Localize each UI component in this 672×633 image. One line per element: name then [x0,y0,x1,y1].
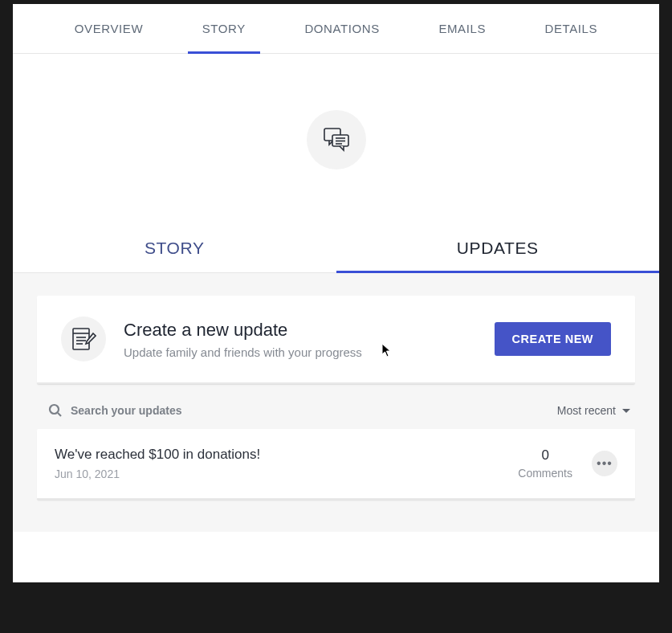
create-update-card: Create a new update Update family and fr… [37,296,635,384]
sort-dropdown[interactable]: Most recent [557,404,630,417]
updates-panel: Create a new update Update family and fr… [13,273,659,532]
update-date: Jun 10, 2021 [55,468,518,480]
search-input[interactable]: Search your updates [48,403,182,418]
hero-icon-section [13,54,659,226]
sort-label: Most recent [557,404,616,417]
svg-line-11 [58,413,61,416]
create-update-subtitle: Update family and friends with your prog… [124,345,495,359]
subtab-story[interactable]: STORY [13,226,336,272]
document-pencil-icon [61,316,106,361]
create-update-title: Create a new update [124,320,495,341]
tab-details[interactable]: DETAILS [545,4,598,53]
tab-overview[interactable]: OVERVIEW [75,4,143,53]
chat-bubbles-icon [307,110,366,169]
svg-point-10 [50,405,59,414]
sub-tabs: STORY UPDATES [13,226,659,273]
search-icon [48,403,63,418]
update-item[interactable]: We've reached $100 in donations! Jun 10,… [37,429,635,500]
search-placeholder: Search your updates [71,404,182,417]
tab-story[interactable]: STORY [202,4,246,53]
ellipsis-icon: ••• [597,456,613,471]
top-tabs: OVERVIEW STORY DONATIONS EMAILS DETAILS [13,4,659,54]
update-comments: 0 Comments [518,447,572,480]
update-title: We've reached $100 in donations! [55,447,518,463]
tab-donations[interactable]: DONATIONS [304,4,379,53]
tab-emails[interactable]: EMAILS [438,4,486,53]
comments-label: Comments [518,467,572,480]
svg-rect-5 [73,329,89,349]
subtab-updates[interactable]: UPDATES [336,226,660,272]
more-options-button[interactable]: ••• [592,451,617,476]
comments-count: 0 [518,447,572,464]
chevron-down-icon [622,409,630,413]
create-new-button[interactable]: CREATE NEW [495,322,611,356]
search-sort-row: Search your updates Most recent [37,384,635,429]
